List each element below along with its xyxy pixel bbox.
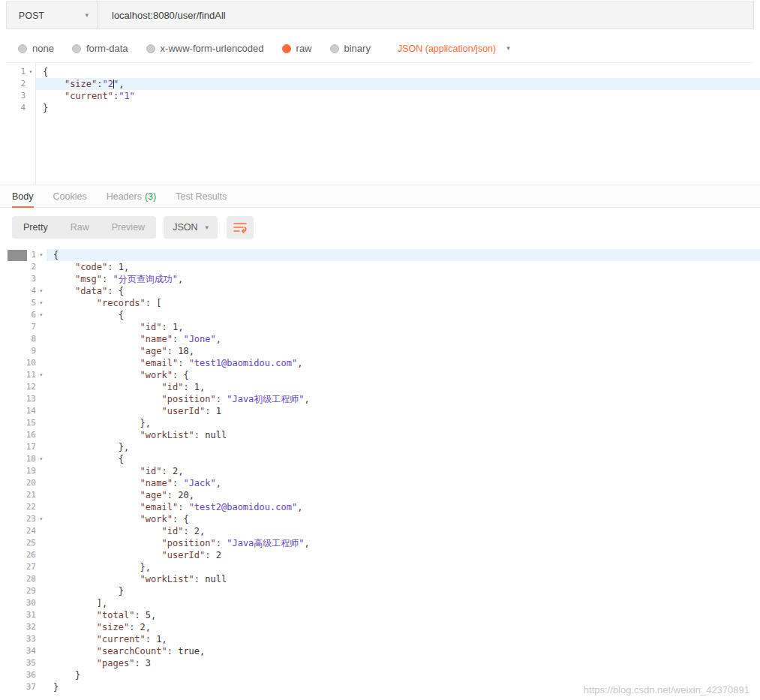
- code-text[interactable]: "total": 5,: [47, 609, 760, 621]
- code-text[interactable]: },: [47, 441, 760, 453]
- code-text[interactable]: "id": 1,: [47, 321, 760, 333]
- code-line[interactable]: 2 "size":"2",: [6, 78, 760, 90]
- code-text[interactable]: "size": 2,: [47, 621, 760, 633]
- code-line[interactable]: 31 "total": 5,: [6, 609, 760, 621]
- code-text[interactable]: "email": "test2@baomidou.com",: [47, 501, 760, 513]
- code-line[interactable]: 2 "code": 1,: [6, 261, 760, 273]
- code-line[interactable]: 16 "workList": null: [6, 429, 760, 441]
- code-line[interactable]: 30 ],: [6, 597, 760, 609]
- code-line[interactable]: 6▾ {: [6, 309, 760, 321]
- code-text[interactable]: },: [47, 561, 760, 573]
- code-line[interactable]: 22 "email": "test2@baomidou.com",: [6, 501, 760, 513]
- code-text[interactable]: }: [47, 585, 760, 597]
- code-text[interactable]: "size":"2",: [36, 78, 760, 90]
- code-text[interactable]: "email": "test1@baomidou.com",: [47, 357, 760, 369]
- body-type-urlencoded[interactable]: x-www-form-urlencoded: [146, 43, 264, 54]
- code-text[interactable]: "id": 1,: [47, 381, 760, 393]
- fold-toggle-icon[interactable]: ▾: [36, 453, 47, 465]
- body-type-binary[interactable]: binary: [330, 43, 371, 54]
- code-text[interactable]: }: [36, 102, 760, 114]
- code-text[interactable]: "work": {: [47, 513, 760, 525]
- code-line[interactable]: 15 },: [6, 417, 760, 429]
- code-text[interactable]: "position": "Java初级工程师",: [47, 393, 760, 405]
- code-line[interactable]: 34 "searchCount": true,: [6, 645, 760, 657]
- code-line[interactable]: 24 "id": 2,: [6, 525, 760, 537]
- code-line[interactable]: 18▾ {: [6, 453, 760, 465]
- code-text[interactable]: "code": 1,: [47, 261, 760, 273]
- code-text[interactable]: "searchCount": true,: [47, 645, 760, 657]
- code-text[interactable]: "id": 2,: [47, 525, 760, 537]
- code-line[interactable]: 5▾ "records": [: [6, 297, 760, 309]
- code-line[interactable]: 36 }: [6, 669, 760, 681]
- code-line[interactable]: 28 "workList": null: [6, 573, 760, 585]
- code-line[interactable]: 33 "current": 1,: [6, 633, 760, 645]
- tab-test-results[interactable]: Test Results: [176, 185, 227, 207]
- code-text[interactable]: "workList": null: [47, 429, 760, 441]
- code-line[interactable]: 21 "age": 20,: [6, 489, 760, 501]
- code-line[interactable]: 17 },: [6, 441, 760, 453]
- fold-toggle-icon[interactable]: ▾: [36, 297, 47, 309]
- code-text[interactable]: "name": "Jack",: [47, 477, 760, 489]
- code-line[interactable]: 19 "id": 2,: [6, 465, 760, 477]
- body-type-form-data[interactable]: form-data: [72, 43, 128, 54]
- code-line[interactable]: 4▾ "data": {: [6, 285, 760, 297]
- fold-toggle-icon[interactable]: ▾: [36, 369, 47, 381]
- code-line[interactable]: 13 "position": "Java初级工程师",: [6, 393, 760, 405]
- code-line[interactable]: 4}: [6, 102, 760, 114]
- code-line[interactable]: 23▾ "work": {: [6, 513, 760, 525]
- tab-body[interactable]: Body: [12, 185, 34, 207]
- code-text[interactable]: "work": {: [47, 369, 760, 381]
- code-text[interactable]: "records": [: [47, 297, 760, 309]
- method-select[interactable]: POST ▾: [7, 2, 98, 29]
- code-text[interactable]: ],: [47, 597, 760, 609]
- code-line[interactable]: 20 "name": "Jack",: [6, 477, 760, 489]
- code-text[interactable]: "workList": null: [47, 573, 760, 585]
- code-line[interactable]: 26 "userId": 2: [6, 549, 760, 561]
- code-line[interactable]: 10 "email": "test1@baomidou.com",: [6, 357, 760, 369]
- body-type-raw[interactable]: raw: [282, 43, 312, 54]
- code-line[interactable]: 9 "age": 18,: [6, 345, 760, 357]
- code-text[interactable]: "userId": 1: [47, 405, 760, 417]
- view-raw[interactable]: Raw: [59, 216, 101, 239]
- wrap-button[interactable]: [227, 216, 254, 239]
- code-line[interactable]: 11▾ "work": {: [6, 369, 760, 381]
- code-text[interactable]: "pages": 3: [47, 657, 760, 669]
- fold-toggle-icon[interactable]: ▾: [36, 309, 47, 321]
- code-text[interactable]: "position": "Java高级工程师",: [47, 537, 760, 549]
- code-text[interactable]: "userId": 2: [47, 549, 760, 561]
- url-input[interactable]: localhost:8080/user/findAll: [98, 2, 753, 29]
- tab-cookies[interactable]: Cookies: [53, 185, 87, 207]
- code-line[interactable]: 14 "userId": 1: [6, 405, 760, 417]
- fold-toggle-icon[interactable]: ▾: [36, 285, 47, 297]
- code-line[interactable]: 12 "id": 1,: [6, 381, 760, 393]
- code-text[interactable]: "data": {: [47, 285, 760, 297]
- code-line[interactable]: 8 "name": "Jone",: [6, 333, 760, 345]
- code-line[interactable]: 32 "size": 2,: [6, 621, 760, 633]
- view-pretty[interactable]: Pretty: [12, 216, 59, 239]
- view-preview[interactable]: Preview: [101, 216, 156, 239]
- code-text[interactable]: "msg": "分页查询成功",: [47, 273, 760, 285]
- code-text[interactable]: "current":"1": [36, 90, 760, 102]
- body-type-none[interactable]: none: [18, 43, 54, 54]
- code-text[interactable]: {: [47, 453, 760, 465]
- code-line[interactable]: 29 }: [6, 585, 760, 597]
- fold-toggle-icon[interactable]: ▾: [36, 513, 47, 525]
- code-text[interactable]: "id": 2,: [47, 465, 760, 477]
- code-line[interactable]: 1▾{: [6, 66, 760, 78]
- code-line[interactable]: 27 },: [6, 561, 760, 573]
- code-text[interactable]: }: [47, 669, 760, 681]
- code-line[interactable]: 25 "position": "Java高级工程师",: [6, 537, 760, 549]
- code-text[interactable]: "name": "Jone",: [47, 333, 760, 345]
- code-text[interactable]: },: [47, 417, 760, 429]
- raw-type-select[interactable]: JSON (application/json) ▾: [398, 44, 510, 54]
- code-line[interactable]: 35 "pages": 3: [6, 657, 760, 669]
- fold-toggle-icon[interactable]: ▾: [26, 66, 36, 78]
- code-text[interactable]: {: [36, 66, 760, 78]
- code-text[interactable]: "current": 1,: [47, 633, 760, 645]
- code-text[interactable]: "age": 20,: [47, 489, 760, 501]
- fold-toggle-icon[interactable]: ▾: [36, 249, 47, 261]
- code-line[interactable]: 7 "id": 1,: [6, 321, 760, 333]
- request-body-editor[interactable]: 1▾{2 "size":"2",3 "current":"1"4}: [6, 63, 760, 185]
- tab-headers[interactable]: Headers (3): [107, 185, 157, 207]
- code-line[interactable]: 3 "current":"1": [6, 90, 760, 102]
